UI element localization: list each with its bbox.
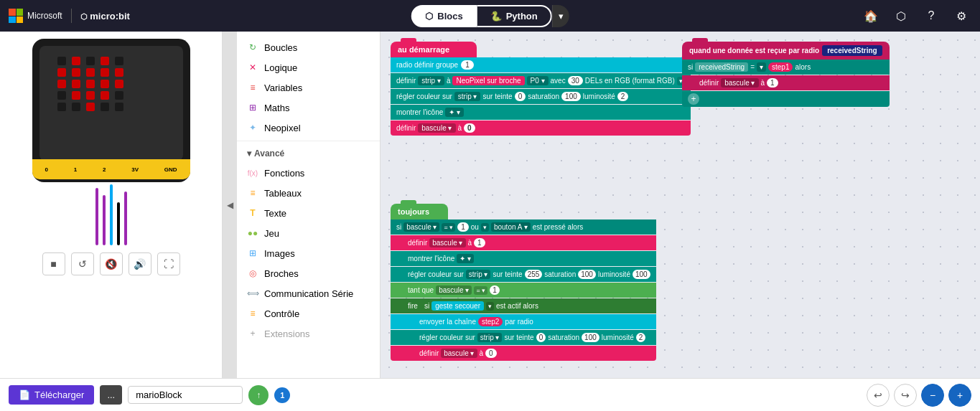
block-definir-bascule-0[interactable]: définir bascule ▾ à 0 — [391, 346, 656, 361]
category-texte[interactable]: T Texte — [237, 203, 380, 223]
microsoft-logo — [9, 9, 23, 23]
microsoft-label: Microsoft — [27, 11, 62, 21]
bascule-dropdown-radio[interactable]: bascule ▾ — [721, 78, 758, 88]
block-tant-que[interactable]: tant que bascule ▾ = ▾ 1 — [391, 283, 656, 298]
always-hat-block[interactable]: toujours — [391, 204, 448, 219]
strip-dd-2[interactable]: strip ▾ — [477, 333, 503, 342]
received-var: receivedString — [695, 62, 748, 72]
undo-button[interactable]: ↩ — [867, 384, 890, 407]
icon-dropdown-setup[interactable]: ✦ ▾ — [445, 108, 464, 117]
block-montrer-icone-setup[interactable]: montrer l'icône ✦ ▾ — [391, 105, 691, 120]
block-regler-couleur-always[interactable]: régler couleur sur strip ▾ sur teinte 25… — [391, 267, 656, 282]
block-add-radio[interactable]: + — [682, 91, 890, 107]
add-btn-radio[interactable]: + — [688, 93, 699, 105]
tab-chevron-button[interactable]: ▾ — [552, 5, 569, 27]
workspace-scroll[interactable]: au démarrage radio définir groupe 1 défi… — [381, 32, 980, 378]
block-definir-bascule-radio[interactable]: définir bascule ▾ à 1 — [682, 75, 890, 90]
bascule-dropdown-setup[interactable]: bascule ▾ — [418, 123, 455, 133]
project-name-input[interactable] — [128, 386, 243, 404]
radio-hat-block[interactable]: quand une donnée est reçue par radio rec… — [682, 42, 890, 60]
led-0-1 — [72, 57, 80, 65]
category-jeu[interactable]: ●● Jeu — [237, 223, 380, 243]
setup-hat-block[interactable]: au démarrage — [391, 42, 477, 57]
strip-dropdown[interactable]: strip ▾ — [418, 76, 444, 85]
redo-button[interactable]: ↪ — [894, 384, 917, 407]
pin-dropdown[interactable]: P0 ▾ — [527, 76, 549, 85]
blocks-canvas: au démarrage radio définir groupe 1 défi… — [381, 32, 980, 378]
workspace[interactable]: au démarrage radio définir groupe 1 défi… — [381, 32, 980, 378]
home-button[interactable]: 🏠 — [861, 6, 881, 26]
python-tab[interactable]: 🐍 Python — [477, 5, 552, 27]
settings-button[interactable]: ⚙ — [951, 6, 971, 26]
reload-button[interactable]: ↺ — [71, 252, 94, 275]
setup-hat-notch — [401, 38, 416, 42]
block-montrer-icone-always[interactable]: montrer l'icône ✦ ▾ — [391, 251, 656, 266]
block-definir-bascule-setup[interactable]: définir bascule ▾ à 0 — [391, 121, 691, 136]
block-regler-couleur-2[interactable]: régler couleur sur strip ▾ sur teinte 0 … — [391, 330, 656, 345]
bouton-dd[interactable]: bouton A ▾ — [491, 222, 531, 232]
led-4-4 — [115, 103, 123, 111]
category-images[interactable]: ⊞ Images — [237, 243, 380, 263]
eq-dd-tantque[interactable]: = ▾ — [474, 286, 487, 295]
strip-dropdown2[interactable]: strip ▾ — [454, 92, 481, 101]
category-neopixel[interactable]: ✦ Neopixel — [237, 118, 380, 138]
advanced-section[interactable]: ▾ Avancé — [237, 144, 380, 163]
speaker-button[interactable]: 🔊 — [129, 252, 151, 275]
blocs-tab[interactable]: ⬡ Blocs — [411, 5, 477, 27]
eq-dd1[interactable]: = ▾ — [442, 223, 455, 232]
block-si-bascule[interactable]: si bascule ▾ = ▾ 1 ou ▾ bouton A ▾ est p… — [391, 219, 656, 235]
radio-group: quand une donnée est reçue par radio rec… — [682, 42, 890, 107]
block-faire[interactable]: fire si geste secouer ▾ est actif alors — [391, 298, 656, 313]
eq-dropdown[interactable]: ▾ — [757, 62, 766, 72]
bascule-dd2[interactable]: bascule ▾ — [429, 238, 465, 247]
upload-arrow-button[interactable]: ↑ — [248, 385, 269, 405]
category-tableaux[interactable]: ≡ Tableaux — [237, 183, 380, 203]
maths-label: Maths — [264, 103, 289, 113]
block-regler-couleur-setup[interactable]: régler couleur sur strip ▾ sur teinte 0 … — [391, 89, 691, 104]
category-broches[interactable]: ◎ Broches — [237, 263, 380, 283]
step1-val: step1 — [768, 62, 793, 72]
led-2-4 — [115, 80, 123, 88]
tab-switcher: ⬡ Blocs 🐍 Python ▾ — [411, 5, 569, 27]
bascule-dd1[interactable]: bascule ▾ — [403, 222, 439, 232]
more-button[interactable]: ... — [100, 385, 122, 405]
geste-dd[interactable]: ▾ — [486, 302, 494, 311]
wire-purple2 — [103, 195, 106, 245]
images-label: Images — [264, 248, 295, 259]
block-envoyer-chaine[interactable]: envoyer la chaîne step2 par radio — [391, 314, 656, 329]
bottom-bar: 📄 Télécharger ... ↑ 1 ↩ ↪ − + — [0, 378, 980, 411]
strip-dd-always[interactable]: strip ▾ — [466, 270, 491, 279]
block-si-received[interactable]: si receivedString = ▾ step1 alors — [682, 60, 890, 75]
bottom-right-actions: ↩ ↪ − + — [867, 384, 971, 407]
fullscreen-button[interactable]: ⛶ — [157, 252, 180, 275]
help-button[interactable]: ? — [921, 6, 941, 26]
block-definir-strip[interactable]: définir strip ▾ à NeoPixel sur broche P0… — [391, 73, 691, 88]
category-variables[interactable]: ≡ Variables — [237, 77, 380, 98]
download-button[interactable]: 📄 Télécharger — [9, 385, 94, 405]
sidebar-toggle-button[interactable]: ◀ — [223, 32, 237, 378]
category-extensions[interactable]: + Extensions — [237, 323, 380, 344]
icon-dd-always[interactable]: ✦ ▾ — [457, 254, 474, 263]
variables-icon: ≡ — [247, 82, 258, 93]
hue-255: 255 — [525, 270, 543, 279]
category-maths[interactable]: ⊞ Maths — [237, 98, 380, 118]
block-radio-group[interactable]: radio définir groupe 1 — [391, 57, 691, 72]
block-definir-bascule-1[interactable]: définir bascule ▾ à 1 — [391, 235, 656, 250]
category-boucles[interactable]: ↻ Boucles — [237, 37, 380, 57]
zoom-out-button[interactable]: − — [921, 384, 944, 407]
zoom-in-button[interactable]: + — [948, 384, 971, 407]
bascule-dd-end[interactable]: bascule ▾ — [441, 349, 477, 358]
communication-icon: ⟺ — [247, 288, 258, 299]
stop-button[interactable]: ■ — [42, 252, 65, 275]
category-communication[interactable]: ⟺ Communication Série — [237, 283, 380, 303]
share-button[interactable]: ⬡ — [891, 6, 911, 26]
category-fonctions[interactable]: f(x) Fonctions — [237, 163, 380, 183]
extensions-icon: + — [247, 328, 258, 339]
tableaux-icon: ≡ — [247, 187, 258, 199]
category-logique[interactable]: ✕ Logique — [237, 57, 380, 77]
wire-purple3 — [124, 192, 127, 245]
ou-dd[interactable]: ▾ — [481, 223, 489, 232]
bascule-dd-tantque[interactable]: bascule ▾ — [436, 285, 472, 295]
mute-button[interactable]: 🔇 — [100, 252, 123, 275]
category-controle[interactable]: ≡ Contrôle — [237, 303, 380, 323]
